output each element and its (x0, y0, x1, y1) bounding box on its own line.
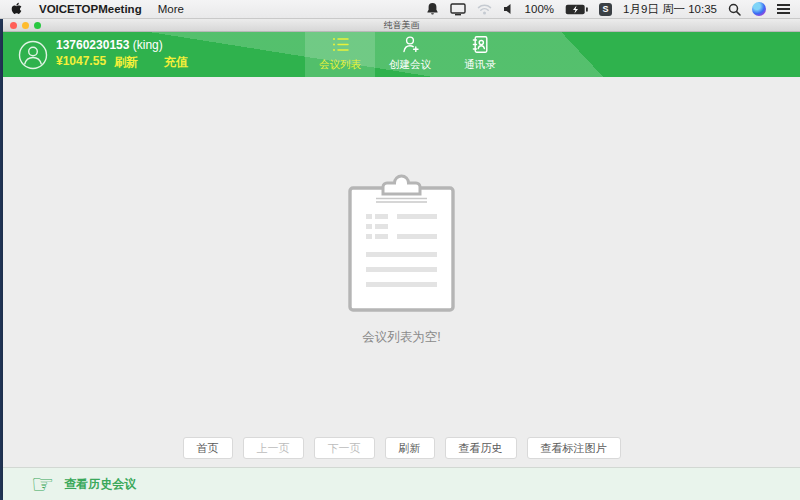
apple-menu-icon[interactable] (10, 2, 23, 16)
window-titlebar[interactable]: 纯音美画 (3, 19, 800, 32)
tab-label: 创建会议 (389, 58, 431, 72)
tab-label: 通讯录 (464, 58, 496, 72)
pointing-hand-icon: ☞ (31, 474, 54, 494)
meeting-list-panel: 会议列表为空! 首页 上一页 下一页 刷新 查看历史 查看标注图片 (3, 77, 800, 467)
close-window-button[interactable] (10, 22, 17, 29)
empty-message: 会议列表为空! (362, 329, 440, 346)
recharge-link[interactable]: 充值 (164, 54, 188, 71)
volume-icon[interactable] (503, 3, 514, 15)
tab-label: 会议列表 (319, 58, 361, 72)
menubar-app-name[interactable]: VOICETOPMeeting (39, 3, 142, 15)
view-history-button[interactable]: 查看历史 (445, 437, 517, 459)
empty-state: 会议列表为空! (345, 172, 458, 346)
notification-bell-icon[interactable] (426, 2, 439, 16)
refresh-balance-link[interactable]: 刷新 (114, 54, 138, 71)
view-annotated-images-button[interactable]: 查看标注图片 (527, 437, 621, 459)
account-balance: ¥1047.55 (56, 54, 106, 71)
notification-center-icon[interactable] (777, 4, 790, 14)
account-info: 13760230153 (king) ¥1047.55 刷新 充值 (3, 32, 188, 77)
refresh-button[interactable]: 刷新 (385, 437, 435, 459)
prev-page-button[interactable]: 上一页 (243, 437, 304, 459)
create-meeting-icon (400, 34, 421, 55)
tab-meeting-list[interactable]: 会议列表 (305, 32, 375, 77)
account-id: 13760230153 (king) (56, 38, 188, 52)
tab-create-meeting[interactable]: 创建会议 (375, 32, 445, 77)
menubar-clock[interactable]: 1月9日 周一 10:35 (623, 2, 717, 17)
zoom-window-button[interactable] (34, 22, 41, 29)
menubar-more[interactable]: More (158, 3, 184, 15)
spotlight-search-icon[interactable] (728, 3, 741, 16)
account-nickname: (king) (133, 38, 163, 52)
input-method-icon[interactable]: S (599, 3, 612, 16)
battery-percent: 100% (525, 3, 554, 15)
app-window: 纯音美画 13760230153 (king) ¥1047.55 刷新 充值 (3, 19, 800, 500)
menubar: VOICETOPMeeting More 100% S 1月9日 周一 10:3… (0, 0, 800, 19)
account-phone: 13760230153 (56, 38, 129, 52)
meeting-list-icon (330, 34, 351, 55)
empty-clipboard-icon (345, 172, 458, 318)
app-header: 13760230153 (king) ¥1047.55 刷新 充值 会议列表 (3, 32, 800, 77)
minimize-window-button[interactable] (22, 22, 29, 29)
pagination-bar: 首页 上一页 下一页 刷新 查看历史 查看标注图片 (183, 437, 621, 459)
view-history-meetings-link[interactable]: 查看历史会议 (64, 476, 136, 493)
battery-charging-icon[interactable] (565, 4, 588, 15)
window-title: 纯音美画 (384, 19, 420, 32)
next-page-button[interactable]: 下一页 (314, 437, 375, 459)
tab-contacts[interactable]: 通讯录 (445, 32, 515, 77)
traffic-lights (10, 22, 41, 29)
first-page-button[interactable]: 首页 (183, 437, 233, 459)
user-avatar-icon (18, 40, 48, 70)
siri-icon[interactable] (752, 2, 766, 16)
display-mirroring-icon[interactable] (450, 3, 466, 16)
wifi-icon[interactable] (477, 4, 492, 15)
contacts-book-icon (470, 34, 491, 55)
history-footer-bar[interactable]: ☞ 查看历史会议 (3, 467, 800, 500)
nav-tabs: 会议列表 创建会议 通讯录 (305, 32, 515, 77)
